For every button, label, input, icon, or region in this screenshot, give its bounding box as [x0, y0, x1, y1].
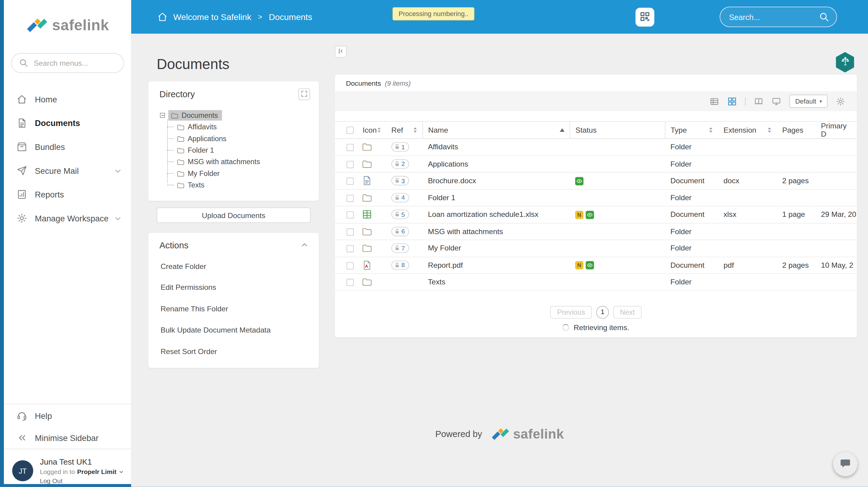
- tree-item-my-folder[interactable]: My Folder: [162, 167, 312, 179]
- tree-item-label: My Folder: [188, 169, 220, 177]
- next-page-button[interactable]: Next: [613, 305, 642, 318]
- column-header-status[interactable]: Status: [570, 122, 665, 139]
- headset-icon: [17, 410, 27, 421]
- document-name[interactable]: Report.pdf: [428, 261, 463, 269]
- table-row[interactable]: 6MSG with attachmentsFolder: [335, 223, 857, 240]
- checkbox-cell: [335, 172, 357, 189]
- sidebar-item-manage-workspace[interactable]: Manage Workspace: [4, 206, 131, 230]
- document-name[interactable]: Affidavits: [428, 143, 458, 151]
- upload-documents-button[interactable]: Upload Documents: [157, 207, 311, 223]
- row-checkbox[interactable]: [346, 194, 354, 202]
- document-name[interactable]: MSG with attachments: [428, 227, 503, 235]
- grid-view-icon[interactable]: [728, 97, 737, 106]
- row-checkbox[interactable]: [346, 279, 354, 286]
- row-checkbox[interactable]: [346, 262, 354, 269]
- ref-badge[interactable]: 8: [391, 260, 409, 270]
- action-edit-permissions[interactable]: Edit Permissions: [155, 277, 312, 298]
- type-cell: Document: [665, 206, 718, 223]
- table-row[interactable]: 5Loan amortization schedule1.xlsxNDocume…: [335, 206, 857, 223]
- ref-badge[interactable]: 2: [391, 159, 409, 169]
- actions-panel: Actions Create FolderEdit PermissionsRen…: [149, 233, 319, 368]
- tree-item-texts[interactable]: Texts: [162, 179, 312, 191]
- tree-expander[interactable]: [160, 113, 165, 118]
- table-row[interactable]: 1AffidavitsFolder: [335, 139, 857, 156]
- collapse-actions-button[interactable]: [299, 240, 310, 251]
- search-icon[interactable]: [818, 11, 829, 22]
- previous-page-button[interactable]: Previous: [550, 305, 592, 318]
- table-row[interactable]: 3Brochure.docxDocumentdocx2 pages: [335, 172, 857, 189]
- row-checkbox[interactable]: [346, 228, 354, 236]
- reading-view-icon[interactable]: [754, 97, 764, 106]
- table-row[interactable]: TextsFolder: [335, 273, 857, 290]
- chevron-down-icon[interactable]: [119, 469, 124, 475]
- logout-link[interactable]: Log Out: [40, 477, 124, 484]
- ref-badge[interactable]: 1: [391, 142, 409, 152]
- display-view-icon[interactable]: [772, 97, 781, 106]
- table-row[interactable]: 8Report.pdfNDocumentpdf2 pages10 May, 2: [335, 257, 857, 274]
- row-checkbox[interactable]: [346, 178, 354, 185]
- row-checkbox[interactable]: [346, 144, 354, 151]
- ref-badge[interactable]: 3: [391, 176, 409, 185]
- document-name[interactable]: Folder 1: [428, 194, 455, 202]
- sidebar-item-reports[interactable]: Reports: [4, 183, 131, 206]
- sidebar: safelink HomeDocumentsBundlesSecure Mail…: [4, 0, 131, 484]
- primary-date-cell: [815, 172, 857, 189]
- tree-item-documents[interactable]: Documents: [168, 110, 222, 121]
- action-reset-sort-order[interactable]: Reset Sort Order: [155, 341, 312, 362]
- action-bulk-update-document-metadata[interactable]: Bulk Update Document Metadata: [155, 320, 312, 341]
- sidebar-item-minimise-sidebar[interactable]: Minimise Sidebar: [4, 426, 131, 449]
- document-name[interactable]: Loan amortization schedule1.xlsx: [428, 210, 538, 219]
- document-name[interactable]: Texts: [428, 278, 445, 286]
- column-header-pages[interactable]: Pages: [777, 122, 815, 139]
- column-header-ref[interactable]: Ref: [386, 122, 423, 139]
- sidebar-item-bundles[interactable]: Bundles: [4, 135, 131, 159]
- ref-badge[interactable]: 5: [391, 210, 409, 219]
- row-checkbox[interactable]: [346, 212, 354, 219]
- gear-icon[interactable]: [836, 97, 845, 106]
- tree-item-applications[interactable]: Applications: [162, 133, 312, 144]
- ref-badge[interactable]: 4: [391, 193, 409, 202]
- expand-directory-button[interactable]: [299, 89, 310, 100]
- document-name[interactable]: My Folder: [428, 244, 461, 252]
- table-view-icon[interactable]: [710, 97, 719, 106]
- tree-item-affidavits[interactable]: Affidavits: [162, 121, 312, 133]
- logged-in-line: Logged in to Propelr Limit: [40, 468, 124, 475]
- view-preset-dropdown[interactable]: Default ▾: [789, 95, 827, 108]
- collapse-panel-button[interactable]: [335, 46, 346, 58]
- bundle-icon: [17, 142, 27, 152]
- column-header-extension[interactable]: Extension: [718, 122, 777, 139]
- tree-item-msg-with-attachments[interactable]: MSG with attachments: [162, 156, 312, 167]
- column-header-type[interactable]: Type: [665, 122, 718, 139]
- column-header-icon[interactable]: Icon: [357, 122, 386, 139]
- extension-cell: xlsx: [718, 206, 777, 223]
- workspace-hexagon-badge[interactable]: [836, 52, 854, 73]
- row-checkbox[interactable]: [346, 161, 354, 168]
- tree-item-folder-1[interactable]: Folder 1: [162, 144, 312, 156]
- ref-badge[interactable]: 7: [391, 244, 409, 253]
- home-icon[interactable]: [157, 11, 168, 22]
- document-name[interactable]: Brochure.docx: [428, 176, 476, 185]
- sidebar-item-help[interactable]: Help: [4, 404, 131, 426]
- current-page-button[interactable]: 1: [596, 305, 609, 318]
- sidebar-item-secure-mail[interactable]: Secure Mail: [4, 159, 131, 183]
- chat-widget-button[interactable]: [833, 452, 858, 476]
- select-all-checkbox[interactable]: [346, 127, 354, 134]
- table-row[interactable]: 4Folder 1Folder: [335, 189, 857, 206]
- doc-icon: [362, 175, 373, 186]
- apps-grid-button[interactable]: [636, 8, 654, 27]
- sidebar-item-home[interactable]: Home: [4, 88, 131, 111]
- document-name[interactable]: Applications: [428, 160, 468, 168]
- row-checkbox[interactable]: [346, 245, 354, 252]
- column-header-primary-date[interactable]: Primary D: [815, 122, 857, 139]
- tree-item-label: Texts: [188, 181, 204, 189]
- action-create-folder[interactable]: Create Folder: [155, 256, 312, 277]
- table-row[interactable]: 2ApplicationsFolder: [335, 155, 857, 172]
- breadcrumb-home[interactable]: Welcome to Safelink: [173, 12, 252, 22]
- column-header-name[interactable]: Name: [423, 122, 570, 139]
- table-row[interactable]: 7My FolderFolder: [335, 240, 857, 257]
- safelink-logo-text: safelink: [513, 426, 564, 442]
- ref-badge[interactable]: 6: [391, 227, 409, 236]
- action-rename-this-folder[interactable]: Rename This Folder: [155, 298, 312, 320]
- organisation-selector[interactable]: Propelr Limit: [77, 468, 116, 475]
- sidebar-item-documents[interactable]: Documents: [4, 111, 131, 135]
